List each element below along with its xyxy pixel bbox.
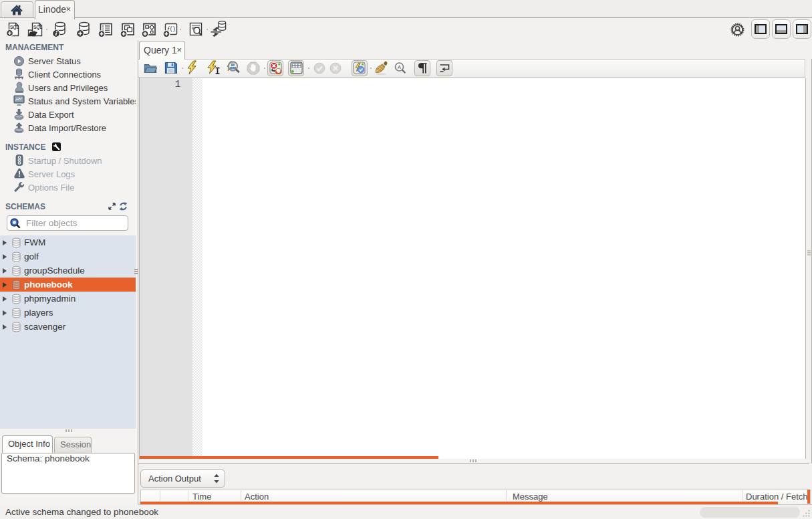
svg-text:A: A <box>398 64 402 70</box>
svg-text:SQL: SQL <box>33 25 42 30</box>
svg-text:SQL: SQL <box>10 25 19 30</box>
svg-text:): ) <box>173 25 175 32</box>
